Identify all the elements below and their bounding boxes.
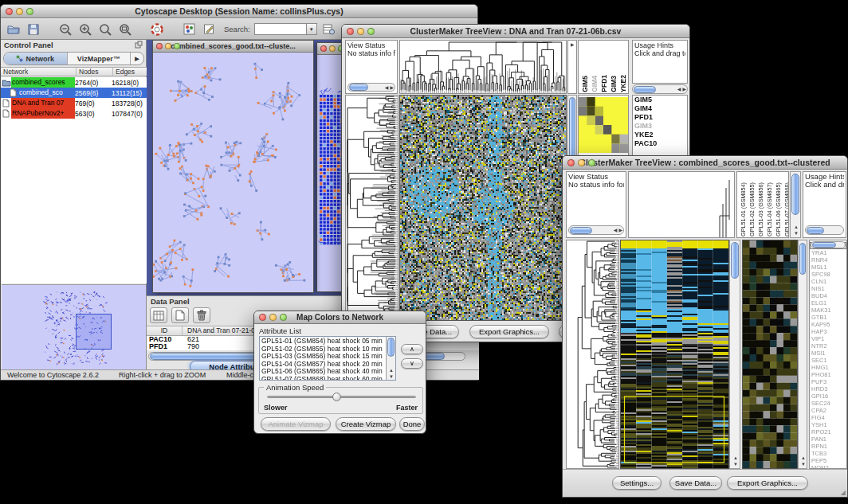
zoom-window-icon[interactable]: [174, 43, 180, 49]
usage-hints-hscrollbar[interactable]: ◀▶: [632, 84, 688, 94]
matrix-row-label[interactable]: GIM5: [633, 96, 687, 104]
new-attribute-button[interactable]: [171, 307, 189, 323]
gene-label[interactable]: GTB1: [810, 314, 846, 321]
zoom-out-icon[interactable]: [57, 21, 73, 37]
gene-label[interactable]: ELG1: [810, 299, 846, 307]
settings-button[interactable]: Settings...: [612, 476, 662, 490]
animation-speed-slider[interactable]: [267, 396, 416, 398]
gene-label[interactable]: RPN1: [810, 443, 846, 450]
network-list-row[interactable]: combined_scores2764(0)16218(0): [1, 77, 147, 88]
array-column-label[interactable]: GPL51-03 (GSM856): [757, 182, 764, 236]
matrix-column-label[interactable]: PFD1: [600, 75, 608, 92]
matrix-row-label[interactable]: GIM4: [633, 104, 687, 113]
matrix-row-label[interactable]: PAC10: [633, 139, 687, 148]
treeview-dna-titlebar[interactable]: ClusterMaker TreeView : DNA and Tran 07-…: [342, 25, 689, 38]
matrix-column-label[interactable]: GIM4: [591, 76, 599, 92]
annotation-icon[interactable]: [201, 21, 217, 37]
zoom-window-icon[interactable]: [280, 314, 287, 321]
gene-list-hscrollbar[interactable]: [811, 241, 846, 248]
export-graphics-button[interactable]: Export Graphics...: [469, 325, 549, 338]
gene-label[interactable]: HAP3: [810, 328, 846, 335]
gene-label[interactable]: MAK31: [810, 307, 846, 314]
close-icon[interactable]: [259, 314, 266, 321]
gene-label[interactable]: YRA1: [810, 249, 846, 256]
minimize-icon[interactable]: [165, 43, 171, 49]
network-table-header[interactable]: Network Nodes Edges: [1, 67, 147, 76]
network-list-row[interactable]: combined_sco2569(6)13112(15): [1, 88, 147, 98]
matrix-column-label[interactable]: YKE2: [619, 75, 627, 92]
float-panel-icon[interactable]: [135, 41, 143, 50]
open-session-button[interactable]: [6, 21, 22, 37]
dialog-titlebar[interactable]: Map Colors to Network: [254, 311, 426, 324]
gene-label[interactable]: BUD4: [810, 292, 846, 299]
gene-label[interactable]: SPC98: [810, 271, 846, 278]
tab-overflow-button[interactable]: ▶: [131, 53, 143, 64]
gene-label[interactable]: PEP5: [810, 457, 846, 464]
row-dendrogram[interactable]: [566, 240, 619, 469]
dendrogram-corner-scroll[interactable]: ▶: [567, 40, 577, 94]
matrix-row-label[interactable]: GIM3: [633, 122, 687, 131]
row-dendrogram[interactable]: [345, 95, 398, 321]
column-labels-vscrollbar[interactable]: ▲ ▼: [790, 171, 801, 238]
save-session-button[interactable]: [26, 21, 41, 37]
help-lifering-icon[interactable]: [149, 21, 165, 37]
gene-label[interactable]: CPA2: [810, 407, 846, 414]
matrix-column-label[interactable]: GIM3: [610, 76, 618, 92]
heatmap-global[interactable]: [399, 95, 567, 321]
heatmap-global[interactable]: [620, 240, 729, 469]
vizmapper-icon[interactable]: [181, 21, 197, 37]
gene-label[interactable]: PUF3: [810, 378, 846, 385]
gene-label[interactable]: VIP1: [810, 335, 846, 342]
network-canvas[interactable]: [153, 53, 313, 292]
gene-label[interactable]: NIS1: [810, 285, 846, 292]
delete-attribute-button[interactable]: [193, 307, 210, 323]
export-graphics-button[interactable]: Export Graphics...: [727, 476, 808, 490]
slider-thumb[interactable]: [332, 393, 341, 401]
search-dropdown-icon[interactable]: ▼: [307, 23, 317, 35]
move-up-button[interactable]: ∧: [401, 344, 423, 354]
search-input[interactable]: [254, 23, 307, 35]
network-list-row[interactable]: DNA and Tran 07769(0)183728(0): [1, 98, 147, 108]
gene-label[interactable]: RPO21: [810, 428, 846, 436]
attribute-list-vscrollbar[interactable]: ▲ ▼: [386, 337, 395, 380]
gene-label[interactable]: GPI16: [810, 393, 846, 400]
zoom-window-icon[interactable]: [26, 8, 33, 15]
gene-label[interactable]: KAP95: [810, 321, 846, 328]
minimize-icon[interactable]: [269, 314, 277, 321]
close-icon[interactable]: [567, 159, 575, 166]
minimize-icon[interactable]: [357, 28, 364, 35]
array-column-label[interactable]: GPL51-01 (GSM854): [740, 182, 747, 236]
column-dendrogram[interactable]: [628, 171, 735, 238]
view-status-hscrollbar[interactable]: ◀▶: [347, 83, 395, 92]
zoom-fit-icon[interactable]: [97, 21, 113, 37]
close-icon[interactable]: [6, 8, 13, 15]
gene-label[interactable]: HRD3: [810, 385, 846, 393]
gene-label[interactable]: MSI1: [810, 350, 846, 357]
close-icon[interactable]: [156, 43, 163, 49]
create-vizmap-button[interactable]: Create Vizmap: [336, 417, 396, 431]
birdseye-view[interactable]: [2, 284, 146, 370]
gene-label[interactable]: SEC24: [810, 400, 846, 407]
gene-label[interactable]: RNR4: [810, 256, 846, 264]
treeview-combined-titlebar[interactable]: ClusterMaker TreeView : combined_scores_…: [563, 156, 847, 170]
close-icon[interactable]: [347, 28, 354, 35]
gene-label[interactable]: TCB3: [810, 450, 846, 457]
attribute-browser-icon[interactable]: [321, 21, 337, 37]
zoom-in-icon[interactable]: [77, 21, 93, 37]
tab-vizmapper[interactable]: VizMapper™: [68, 53, 132, 64]
gene-label[interactable]: FIG4: [810, 414, 846, 421]
array-column-label[interactable]: GPL51-04 (GSM857): [766, 182, 773, 236]
view-status-hscrollbar[interactable]: ◀▶: [568, 225, 624, 235]
minimize-icon[interactable]: [329, 45, 336, 52]
animate-vizmap-button[interactable]: Animate Vizmap: [261, 417, 331, 431]
gene-label[interactable]: SEC1: [810, 357, 846, 364]
resize-grip-icon[interactable]: ◢: [841, 489, 846, 496]
usage-hints-hscrollbar[interactable]: [805, 225, 844, 235]
minimize-icon[interactable]: [16, 8, 23, 15]
network-window-titlebar[interactable]: combined_scores_good.txt--cluste...: [153, 41, 313, 53]
heatmap-vscrollbar[interactable]: ▲ ▼: [729, 240, 740, 469]
gene-label[interactable]: HMG1: [810, 364, 846, 371]
array-column-label[interactable]: GPL51-07 (GSM868): [783, 182, 789, 236]
tab-network[interactable]: Network: [4, 53, 68, 64]
matrix-row-label[interactable]: YKE2: [633, 131, 687, 139]
